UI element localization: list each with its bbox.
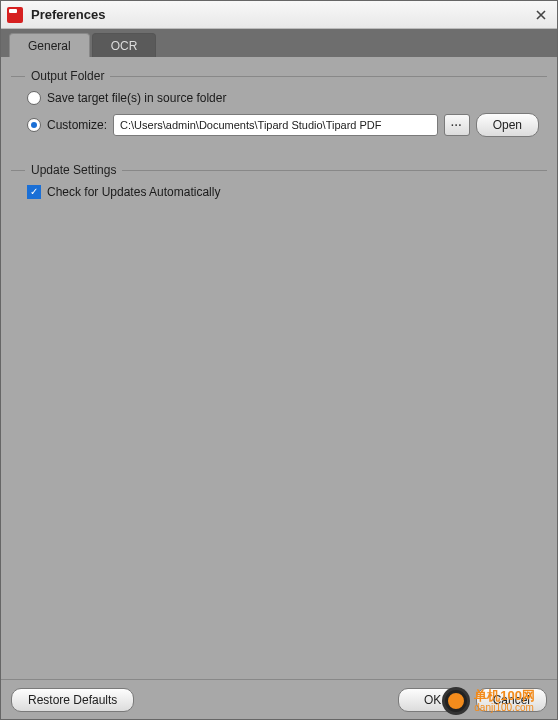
label-auto-update: Check for Updates Automatically (47, 185, 220, 199)
label-save-in-source: Save target file(s) in source folder (47, 91, 226, 105)
close-icon (536, 10, 546, 20)
tab-bar: General OCR (1, 29, 557, 57)
divider (122, 170, 547, 171)
titlebar: Preferences (1, 1, 557, 29)
tab-content: Output Folder Save target file(s) in sou… (1, 57, 557, 679)
open-button[interactable]: Open (476, 113, 539, 137)
update-settings-group: Update Settings Check for Updates Automa… (11, 163, 547, 211)
divider (110, 76, 547, 77)
ellipsis-icon: ··· (451, 120, 462, 131)
tab-general[interactable]: General (9, 33, 90, 57)
radio-customize[interactable] (27, 118, 41, 132)
divider (11, 76, 25, 77)
close-button[interactable] (531, 6, 551, 24)
ok-button[interactable]: OK (398, 688, 468, 712)
label-customize: Customize: (47, 118, 107, 132)
browse-button[interactable]: ··· (444, 114, 470, 136)
cancel-button[interactable]: Cancel (476, 688, 547, 712)
group-title-update: Update Settings (31, 163, 116, 177)
output-folder-group: Output Folder Save target file(s) in sou… (11, 69, 547, 149)
tab-ocr[interactable]: OCR (92, 33, 157, 57)
preferences-window: Preferences General OCR Output Folder Sa… (0, 0, 558, 720)
divider (11, 170, 25, 171)
output-path-input[interactable] (113, 114, 438, 136)
checkbox-auto-update[interactable] (27, 185, 41, 199)
dialog-footer: Restore Defaults OK Cancel 单机100网 danji1… (1, 679, 557, 719)
radio-save-in-source[interactable] (27, 91, 41, 105)
restore-defaults-button[interactable]: Restore Defaults (11, 688, 134, 712)
group-title-output: Output Folder (31, 69, 104, 83)
window-title: Preferences (31, 7, 531, 22)
app-icon (7, 7, 23, 23)
